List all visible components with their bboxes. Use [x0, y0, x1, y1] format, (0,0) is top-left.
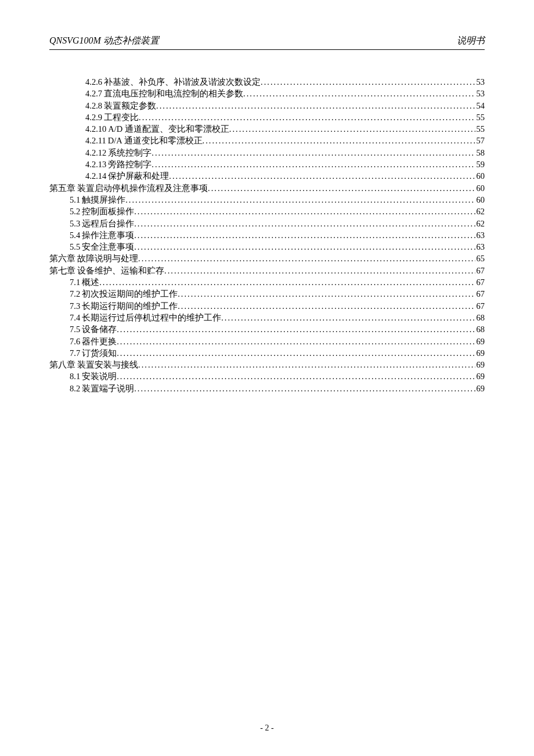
toc-entry-page: 59	[475, 159, 485, 170]
toc-entry-title: 控制面板操作	[82, 206, 134, 217]
toc-entry-number: 5.2	[70, 206, 80, 217]
toc-entry[interactable]: 7.4长期运行过后停机过程中的维护工作68	[49, 312, 485, 323]
toc-entry-title: 故障说明与处理	[77, 253, 138, 264]
toc-entry-page: 67	[475, 276, 485, 288]
toc-entry-title: 装置额定参数	[104, 100, 156, 111]
toc-entry-title: 系统控制字	[108, 147, 151, 159]
toc-entry[interactable]: 7.7订货须知69	[49, 347, 485, 359]
toc-entry[interactable]: 7.2初次投运期间的维护工作67	[49, 288, 485, 300]
toc-leader-dots	[203, 135, 475, 146]
toc-entry[interactable]: 4.2.11D/A 通道变比和零漂校正57	[49, 135, 485, 146]
toc-leader-dots	[125, 194, 475, 206]
toc-entry-number: 7.3	[70, 300, 80, 312]
toc-leader-dots	[178, 288, 475, 300]
toc-entry-number: 7.7	[70, 347, 80, 359]
toc-entry-number: 4.2.10	[85, 123, 106, 135]
toc-entry-number: 5.5	[70, 241, 80, 253]
toc-entry[interactable]: 4.2.7直流电压控制和电流控制的相关参数53	[49, 88, 485, 99]
toc-entry-number: 第五章	[49, 182, 75, 194]
page-header: QNSVG100M 动态补偿装置 说明书	[49, 35, 485, 50]
toc-entry-title: 直流电压控制和电流控制的相关参数	[104, 88, 243, 99]
toc-leader-dots	[134, 229, 475, 241]
toc-entry[interactable]: 5.4操作注意事项63	[49, 229, 485, 241]
toc-entry[interactable]: 4.2.14保护屏蔽和处理60	[49, 170, 485, 182]
toc-entry[interactable]: 5.3远程后台操作62	[49, 218, 485, 229]
toc-entry-page: 54	[475, 100, 485, 111]
toc-entry-page: 57	[475, 135, 485, 146]
toc-entry-page: 69	[475, 383, 485, 394]
document-page: QNSVG100M 动态补偿装置 说明书 4.2.6补基波、补负序、补谐波及谐波…	[0, 0, 534, 756]
toc-entry[interactable]: 第五章装置启动停机操作流程及注意事项60	[49, 182, 485, 194]
toc-entry-title: 器件更换	[82, 336, 117, 347]
toc-leader-dots	[243, 88, 475, 99]
toc-leader-dots	[134, 218, 475, 229]
toc-entry-number: 5.3	[70, 218, 80, 229]
toc-leader-dots	[138, 253, 475, 264]
toc-entry-number: 7.4	[70, 312, 80, 323]
toc-entry[interactable]: 7.3长期运行期间的维护工作67	[49, 300, 485, 312]
header-right-title: 说明书	[457, 35, 485, 47]
toc-entry-page: 68	[475, 323, 485, 335]
toc-entry[interactable]: 第六章故障说明与处理65	[49, 253, 485, 264]
toc-entry-page: 63	[475, 241, 485, 253]
toc-entry[interactable]: 4.2.10A/D 通道配置、变比和零漂校正55	[49, 123, 485, 135]
table-of-contents: 4.2.6补基波、补负序、补谐波及谐波次数设定534.2.7直流电压控制和电流控…	[49, 76, 485, 394]
toc-entry-title: 补基波、补负序、补谐波及谐波次数设定	[104, 76, 261, 88]
toc-leader-dots	[156, 100, 475, 111]
toc-entry-title: 长期运行过后停机过程中的维护工作	[82, 312, 221, 323]
toc-entry[interactable]: 8.1安装说明69	[49, 370, 485, 382]
toc-entry-page: 63	[475, 229, 485, 241]
toc-leader-dots	[164, 265, 475, 276]
toc-entry-page: 53	[475, 76, 485, 88]
toc-entry-number: 7.2	[70, 288, 80, 300]
toc-entry[interactable]: 5.2控制面板操作62	[49, 206, 485, 217]
page-footer: - 2 -	[0, 723, 534, 733]
toc-entry[interactable]: 7.5设备储存68	[49, 323, 485, 335]
toc-leader-dots	[117, 323, 475, 335]
toc-entry-page: 69	[475, 370, 485, 382]
toc-leader-dots	[139, 111, 475, 123]
toc-entry[interactable]: 4.2.9工程变比55	[49, 111, 485, 123]
toc-entry-page: 65	[475, 253, 485, 264]
toc-entry-title: 设备储存	[82, 323, 117, 335]
toc-entry-number: 4.2.12	[85, 147, 106, 159]
toc-entry[interactable]: 4.2.13旁路控制字59	[49, 159, 485, 170]
toc-entry-number: 4.2.13	[85, 159, 106, 170]
toc-entry-number: 5.1	[70, 194, 80, 206]
toc-entry-title: A/D 通道配置、变比和零漂校正	[108, 123, 229, 135]
toc-entry-page: 60	[475, 194, 485, 206]
toc-leader-dots	[134, 383, 475, 394]
toc-entry[interactable]: 8.2装置端子说明69	[49, 383, 485, 394]
toc-entry[interactable]: 7.1概述67	[49, 276, 485, 288]
toc-entry-number: 4.2.11	[85, 135, 106, 146]
toc-entry-title: 触摸屏操作	[82, 194, 125, 206]
toc-entry[interactable]: 第八章装置安装与接线69	[49, 359, 485, 370]
toc-entry[interactable]: 5.1触摸屏操作60	[49, 194, 485, 206]
toc-entry[interactable]: 7.6器件更换69	[49, 336, 485, 347]
toc-leader-dots	[117, 370, 475, 382]
toc-entry-title: D/A 通道变比和零漂校正	[108, 135, 203, 146]
toc-entry-page: 55	[475, 123, 485, 135]
toc-entry-title: 远程后台操作	[82, 218, 134, 229]
toc-entry-title: 保护屏蔽和处理	[108, 170, 169, 182]
toc-leader-dots	[151, 147, 475, 159]
toc-entry[interactable]: 5.5安全注意事项63	[49, 241, 485, 253]
toc-entry-title: 安装说明	[82, 370, 117, 382]
toc-entry-page: 67	[475, 300, 485, 312]
toc-entry[interactable]: 4.2.8装置额定参数54	[49, 100, 485, 111]
toc-leader-dots	[138, 359, 475, 370]
toc-entry-page: 69	[475, 347, 485, 359]
toc-entry-page: 67	[475, 265, 485, 276]
toc-leader-dots	[117, 336, 475, 347]
toc-entry-number: 8.2	[70, 383, 80, 394]
toc-entry[interactable]: 第七章设备维护、运输和贮存67	[49, 265, 485, 276]
toc-leader-dots	[169, 170, 475, 182]
toc-entry-number: 第八章	[49, 359, 75, 370]
toc-entry[interactable]: 4.2.6补基波、补负序、补谐波及谐波次数设定53	[49, 76, 485, 88]
toc-entry-page: 67	[475, 288, 485, 300]
toc-entry-number: 第七章	[49, 265, 75, 276]
toc-entry[interactable]: 4.2.12系统控制字58	[49, 147, 485, 159]
toc-entry-title: 初次投运期间的维护工作	[82, 288, 178, 300]
toc-entry-page: 68	[475, 312, 485, 323]
toc-entry-number: 7.1	[70, 276, 80, 288]
